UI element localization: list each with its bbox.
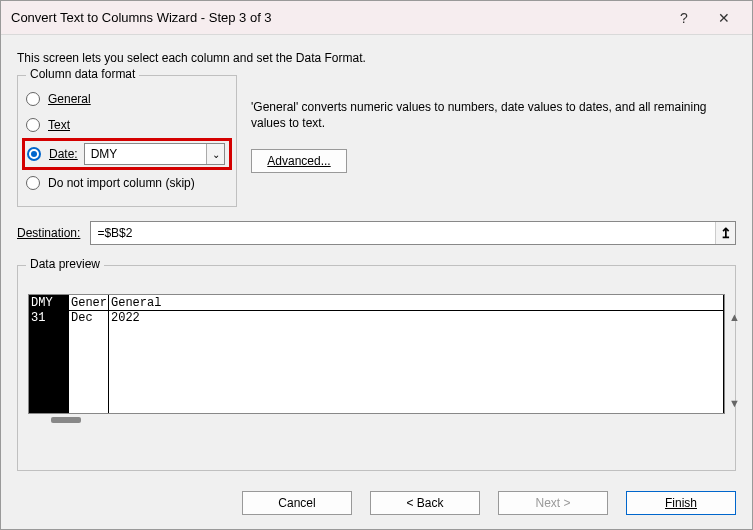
- scroll-up-icon[interactable]: ▲: [729, 311, 740, 323]
- radio-date-label: Date:: [49, 147, 78, 161]
- radio-text-label: Text: [48, 118, 70, 132]
- preview-header-2[interactable]: Gener: [69, 295, 109, 310]
- dialog-title: Convert Text to Columns Wizard - Step 3 …: [11, 10, 664, 25]
- close-icon[interactable]: ✕: [704, 3, 744, 33]
- radio-skip-row[interactable]: Do not import column (skip): [26, 170, 228, 196]
- instruction-text: This screen lets you select each column …: [17, 51, 736, 65]
- radio-general-label: General: [48, 92, 91, 106]
- scroll-down-icon[interactable]: ▼: [729, 397, 740, 409]
- radio-general-row[interactable]: General: [26, 86, 228, 112]
- dialog-content: This screen lets you select each column …: [1, 35, 752, 483]
- format-legend: Column data format: [26, 67, 139, 81]
- destination-row: Destination: ↥: [17, 221, 736, 245]
- horizontal-scroll-handle[interactable]: [51, 417, 81, 423]
- preview-cell-1[interactable]: 31: [29, 311, 69, 413]
- preview-cell-3[interactable]: 2022: [109, 311, 724, 413]
- finish-button[interactable]: Finish: [626, 491, 736, 515]
- column-data-format-group: Column data format General Text Date: DM…: [17, 75, 237, 207]
- radio-text[interactable]: [26, 118, 40, 132]
- chevron-down-icon[interactable]: ⌄: [206, 144, 224, 164]
- data-preview-group: Data preview DMY Gener General 31 Dec 20…: [17, 265, 736, 471]
- range-picker-icon[interactable]: ↥: [715, 222, 735, 244]
- titlebar: Convert Text to Columns Wizard - Step 3 …: [1, 1, 752, 35]
- date-row-highlight: Date: DMY ⌄: [22, 138, 232, 170]
- format-side-panel: 'General' converts numeric values to num…: [237, 75, 736, 173]
- help-icon[interactable]: ?: [664, 3, 704, 33]
- format-row: Column data format General Text Date: DM…: [17, 75, 736, 221]
- radio-skip-label: Do not import column (skip): [48, 176, 195, 190]
- preview-row: 31 Dec 2022: [29, 311, 724, 413]
- radio-text-row[interactable]: Text: [26, 112, 228, 138]
- preview-header-3[interactable]: General: [109, 295, 724, 310]
- next-button: Next >: [498, 491, 608, 515]
- radio-skip[interactable]: [26, 176, 40, 190]
- advanced-button[interactable]: Advanced...: [251, 149, 347, 173]
- cancel-button[interactable]: Cancel: [242, 491, 352, 515]
- preview-box[interactable]: DMY Gener General 31 Dec 2022 ▲ ▼: [28, 294, 725, 414]
- wizard-dialog: Convert Text to Columns Wizard - Step 3 …: [0, 0, 753, 530]
- dialog-buttons: Cancel < Back Next > Finish: [1, 483, 752, 529]
- preview-headers: DMY Gener General: [29, 295, 724, 311]
- date-format-value: DMY: [85, 147, 206, 161]
- destination-input-wrap: ↥: [90, 221, 736, 245]
- date-format-select[interactable]: DMY ⌄: [84, 143, 225, 165]
- format-description: 'General' converts numeric values to num…: [251, 99, 726, 131]
- radio-general[interactable]: [26, 92, 40, 106]
- preview-header-1[interactable]: DMY: [29, 295, 69, 310]
- preview-legend: Data preview: [26, 257, 104, 271]
- destination-input[interactable]: [91, 222, 715, 244]
- destination-label: Destination:: [17, 226, 80, 240]
- preview-cell-2[interactable]: Dec: [69, 311, 109, 413]
- radio-date[interactable]: [27, 147, 41, 161]
- back-button[interactable]: < Back: [370, 491, 480, 515]
